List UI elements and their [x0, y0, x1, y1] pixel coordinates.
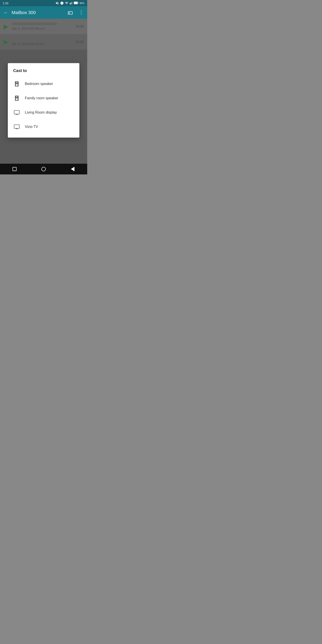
app-bar-title: Mailbox 300 — [12, 10, 64, 15]
cast-device-living-room[interactable]: Living Room display — [8, 105, 80, 120]
nav-bar — [0, 164, 87, 174]
cast-device-name-3: Living Room display — [25, 110, 57, 114]
cast-dialog: Cast to Bedroom speaker Family room spea… — [8, 63, 80, 138]
svg-rect-3 — [71, 2, 72, 4]
svg-rect-7 — [74, 2, 77, 4]
svg-rect-4 — [72, 2, 72, 4]
home-button[interactable] — [39, 164, 48, 174]
status-icons: 96% — [56, 1, 84, 5]
dnd-icon — [60, 1, 64, 5]
mute-icon — [56, 1, 59, 5]
speaker-icon-1 — [13, 80, 20, 88]
svg-rect-6 — [78, 2, 78, 4]
cast-device-name-2: Family room speaker — [25, 96, 58, 100]
recent-apps-button[interactable] — [10, 164, 19, 174]
cast-button[interactable] — [68, 10, 73, 16]
svg-rect-1 — [70, 3, 71, 4]
cast-device-vizio-tv[interactable]: Vizio TV — [8, 120, 80, 134]
signal-icon — [70, 1, 73, 5]
recent-apps-icon — [12, 167, 16, 171]
wifi-icon — [65, 1, 68, 5]
cast-device-name-1: Bedroom speaker — [25, 82, 53, 86]
cast-dialog-title: Cast to — [8, 68, 80, 77]
content-area: ▶ Jan. 5, 2019 3:57:06 p.m. 00:06 ▶ Jan.… — [0, 19, 87, 174]
cast-device-family-speaker[interactable]: Family room speaker — [8, 91, 80, 105]
svg-rect-2 — [71, 2, 71, 4]
display-icon-1 — [13, 109, 20, 116]
battery-icon — [74, 1, 78, 5]
cast-device-name-4: Vizio TV — [25, 125, 38, 129]
speaker-icon-2 — [13, 94, 20, 102]
back-nav-icon — [71, 167, 74, 171]
back-button[interactable]: ← — [4, 10, 8, 15]
status-time: 1:33 — [3, 2, 8, 5]
back-nav-button[interactable] — [68, 164, 77, 174]
battery-percent: 96% — [80, 2, 84, 4]
display-icon-2 — [13, 123, 20, 130]
page: 1:33 — [0, 0, 87, 174]
svg-rect-0 — [70, 3, 70, 4]
more-button[interactable]: ⋮ — [79, 10, 84, 16]
home-icon — [41, 167, 46, 171]
app-bar: ← Mailbox 300 ⋮ — [0, 6, 87, 19]
cast-device-bedroom-speaker[interactable]: Bedroom speaker — [8, 77, 80, 91]
status-bar: 1:33 — [0, 0, 87, 6]
